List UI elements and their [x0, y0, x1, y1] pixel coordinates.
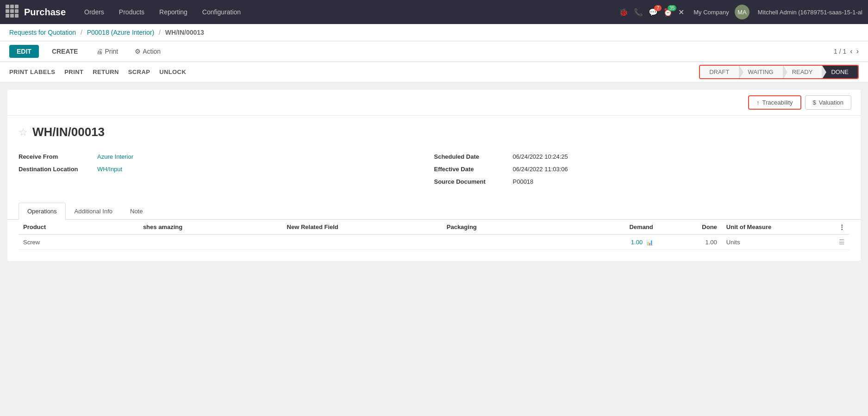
table-row: Screw 1.00 📊 1.00 Units ☰	[19, 235, 849, 250]
col-header-uom: Unit of Measure	[722, 220, 818, 235]
fields-left: Receive From Azure Interior Destination …	[19, 150, 434, 188]
top-navigation: Purchase Orders Products Reporting Confi…	[0, 0, 868, 24]
dollar-icon: $	[813, 99, 816, 106]
destination-label: Destination Location	[19, 166, 97, 173]
tab-note[interactable]: Note	[121, 203, 151, 220]
breadcrumb: Requests for Quotation / P00018 (Azure I…	[0, 24, 868, 41]
traceability-button[interactable]: ↑ Traceability	[748, 95, 801, 110]
record-title: WH/IN/00013	[32, 125, 105, 139]
row-detail-icon[interactable]: ☰	[839, 238, 845, 246]
top-actions: ↑ Traceability $ Valuation	[7, 90, 861, 116]
cell-shes[interactable]	[138, 235, 282, 250]
source-doc-row: Source Document P00018	[434, 175, 850, 188]
status-draft[interactable]: DRAFT	[700, 66, 738, 78]
cell-product[interactable]: Screw	[19, 235, 138, 250]
col-header-demand: Demand	[562, 220, 658, 235]
status-waiting[interactable]: WAITING	[739, 66, 783, 78]
pagination-text: 1 / 1	[834, 48, 846, 55]
menu-reporting[interactable]: Reporting	[152, 0, 195, 24]
secondary-bar: PRINT LABELS PRINT RETURN SCRAP UNLOCK D…	[0, 62, 868, 82]
scheduled-date-label: Scheduled Date	[434, 153, 513, 160]
unlock-button[interactable]: UNLOCK	[159, 67, 186, 77]
destination-value[interactable]: WH/Input	[97, 166, 122, 173]
tab-operations[interactable]: Operations	[19, 203, 66, 220]
topnav-icons: 🐞 📞 💬 7 ⏰ 35 ✕ My Company MA Mitchell Ad…	[619, 5, 862, 19]
status-ready[interactable]: READY	[783, 66, 822, 78]
print-button[interactable]: 🖨 Print	[91, 45, 124, 58]
col-header-shes: shes amazing	[138, 220, 282, 235]
cell-related[interactable]	[282, 235, 442, 250]
receive-from-label: Receive From	[19, 153, 97, 160]
fields-right: Scheduled Date 06/24/2022 10:24:25 Effec…	[434, 150, 850, 188]
source-doc-value: P00018	[513, 178, 534, 185]
action-button[interactable]: ⚙ Action	[129, 45, 166, 58]
cell-uom[interactable]: Units	[722, 235, 818, 250]
record-header: ☆ WH/IN/00013 Receive From Azure Interio…	[7, 116, 861, 203]
column-options-icon[interactable]: ⋮	[839, 224, 845, 230]
breadcrumb-po[interactable]: P00018 (Azure Interior)	[87, 29, 155, 36]
main-content: ↑ Traceability $ Valuation ☆ WH/IN/00013…	[0, 82, 868, 272]
status-done[interactable]: DONE	[822, 66, 858, 78]
scheduled-date-row: Scheduled Date 06/24/2022 10:24:25	[434, 150, 850, 163]
scrap-button[interactable]: SCRAP	[128, 67, 150, 77]
menu-orders[interactable]: Orders	[77, 0, 112, 24]
effective-date-row: Effective Date 06/24/2022 11:03:06	[434, 163, 850, 175]
apps-icon[interactable]	[6, 5, 20, 19]
cell-row-actions: ☰	[818, 235, 849, 250]
favorite-star-icon[interactable]: ☆	[19, 126, 28, 138]
edit-button[interactable]: EDIT	[9, 45, 39, 58]
debug-icon[interactable]: 🐞	[619, 8, 628, 17]
settings-icon[interactable]: ✕	[678, 8, 684, 17]
printer-icon: 🖨	[96, 48, 103, 55]
print-labels-button[interactable]: PRINT LABELS	[9, 67, 55, 77]
next-record-button[interactable]: ›	[856, 47, 859, 56]
cell-packaging[interactable]	[442, 235, 562, 250]
cell-done[interactable]: 1.00	[658, 235, 722, 250]
record-card: ↑ Traceability $ Valuation ☆ WH/IN/00013…	[7, 90, 861, 261]
phone-icon[interactable]: 📞	[634, 8, 643, 17]
upload-icon: ↑	[756, 99, 760, 106]
status-pipeline: DRAFT WAITING READY DONE	[699, 65, 859, 79]
tabs-bar: Operations Additional Info Note	[7, 203, 861, 220]
avatar[interactable]: MA	[735, 5, 749, 19]
fields-grid: Receive From Azure Interior Destination …	[19, 150, 849, 195]
col-header-done: Done	[658, 220, 722, 235]
operations-table-wrap: Product shes amazing New Related Field P…	[7, 220, 861, 261]
prev-record-button[interactable]: ‹	[850, 47, 852, 56]
secondary-actions: PRINT LABELS PRINT RETURN SCRAP UNLOCK	[9, 67, 186, 77]
chat-badge: 7	[654, 5, 662, 11]
col-header-packaging: Packaging	[442, 220, 562, 235]
menu-products[interactable]: Products	[112, 0, 152, 24]
company-name[interactable]: My Company	[693, 9, 729, 16]
breadcrumb-rfq[interactable]: Requests for Quotation	[9, 29, 76, 36]
activity-badge: 35	[668, 5, 676, 11]
destination-row: Destination Location WH/Input	[19, 163, 434, 175]
receive-from-row: Receive From Azure Interior	[19, 150, 434, 163]
breadcrumb-sep1: /	[81, 29, 84, 36]
breadcrumb-current: WH/IN/00013	[165, 29, 204, 36]
top-menu: Orders Products Reporting Configuration	[77, 0, 248, 24]
col-header-product: Product	[19, 220, 138, 235]
create-button[interactable]: CREATE	[44, 45, 86, 58]
gear-icon: ⚙	[135, 48, 141, 55]
effective-date-value: 06/24/2022 11:03:06	[513, 166, 568, 173]
pagination-controls: 1 / 1 ‹ ›	[834, 47, 859, 56]
effective-date-label: Effective Date	[434, 166, 513, 173]
return-button[interactable]: RETURN	[93, 67, 119, 77]
source-doc-label: Source Document	[434, 178, 513, 185]
receive-from-value[interactable]: Azure Interior	[97, 153, 133, 160]
valuation-button[interactable]: $ Valuation	[805, 95, 851, 110]
forecast-chart-icon[interactable]: 📊	[646, 239, 653, 246]
print-button-2[interactable]: PRINT	[64, 67, 83, 77]
scheduled-date-value: 06/24/2022 10:24:25	[513, 153, 568, 160]
col-header-actions: ⋮	[818, 220, 849, 235]
chat-icon[interactable]: 💬 7	[649, 8, 658, 17]
menu-configuration[interactable]: Configuration	[195, 0, 248, 24]
demand-value: 1.00	[631, 239, 643, 246]
activity-icon[interactable]: ⏰ 35	[663, 8, 673, 17]
tab-additional-info[interactable]: Additional Info	[66, 203, 121, 220]
cell-demand: 1.00 📊	[562, 235, 658, 250]
col-header-related: New Related Field	[282, 220, 442, 235]
record-title-row: ☆ WH/IN/00013	[19, 125, 849, 139]
brand-label[interactable]: Purchase	[24, 7, 66, 18]
